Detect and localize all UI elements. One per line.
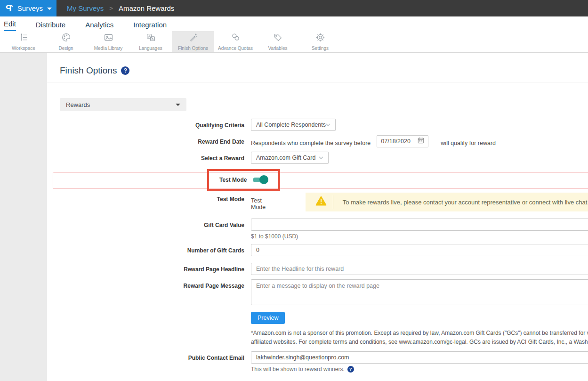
toolbar-item-finish-options[interactable]: Finish Options — [172, 31, 214, 52]
email-help-icon[interactable]: ? — [347, 366, 354, 373]
toolbar-item-advance-quotas[interactable]: Advance Quotas — [214, 31, 257, 52]
test-mode-status-label: Test Mode — [47, 193, 244, 203]
reward-end-date-label: Reward End Date — [47, 135, 244, 145]
test-mode-warning-banner: To make rewards live, please contact you… — [306, 193, 588, 211]
page-title: Finish Options — [60, 65, 117, 76]
select-reward-select[interactable]: Amazon.com Gift Card — [251, 152, 329, 164]
reward-end-date-prefix: Respondents who complete the survey befo… — [251, 137, 371, 146]
toolbar-item-label: Finish Options — [178, 46, 208, 51]
toolbar-item-label: Workspace — [12, 46, 35, 51]
top-bar: Ƥ Surveys My Surveys > Amazon Rewards — [0, 0, 588, 16]
finish-option-type-select[interactable]: Rewards — [60, 98, 186, 111]
gift-card-value-input[interactable] — [251, 219, 588, 231]
reward-page-headline-input[interactable] — [251, 263, 588, 275]
page-title-row: Finish Options ? — [47, 53, 588, 82]
chevron-down-icon — [176, 104, 180, 106]
tab-edit[interactable]: Edit — [4, 18, 16, 31]
calendar-icon[interactable] — [418, 137, 424, 146]
reward-end-date-field — [377, 135, 428, 147]
public-contact-email-label: Public Contact Email — [47, 351, 244, 361]
public-contact-email-helper-row: This will be shown to reward winners. ? — [251, 366, 588, 373]
reward-end-date-input[interactable] — [381, 138, 415, 145]
disclaimer-line-2: affiliated websites. For complete terms … — [251, 338, 588, 347]
public-contact-email-helper: This will be shown to reward winners. — [251, 366, 345, 373]
reward-page-message-label: Reward Page Message — [47, 279, 244, 289]
qualifying-criteria-select[interactable]: All Complete Respondents — [251, 119, 336, 131]
breadcrumb: My Surveys > Amazon Rewards — [67, 0, 174, 16]
number-of-gift-cards-row: Number of Gift Cards — [47, 244, 588, 256]
annotation-highlight-box: Test Mode — [207, 169, 280, 191]
reward-page-headline-row: Reward Page Headline — [47, 263, 588, 275]
gift-card-value-label: Gift Card Value — [47, 219, 244, 228]
finish-option-type-value: Rewards — [66, 101, 90, 108]
toolbar-item-label: Advance Quotas — [218, 46, 253, 51]
toolbar-item-label: Languages — [139, 46, 162, 51]
toolbar-item-design[interactable]: Design — [45, 31, 87, 52]
warning-triangle-icon — [315, 195, 327, 209]
page-help-icon[interactable]: ? — [121, 66, 129, 75]
reward-page-message-textarea[interactable] — [251, 279, 588, 305]
toolbar-item-label: Settings — [312, 46, 329, 51]
chevron-down-icon — [319, 155, 323, 160]
number-of-gift-cards-label: Number of Gift Cards — [47, 244, 244, 254]
page-body: Finish Options ? Rewards Qualifying Crit… — [0, 53, 588, 381]
qualifying-criteria-label: Qualifying Criteria — [47, 119, 244, 129]
toolbar-item-languages[interactable]: Languages — [129, 31, 172, 52]
rewards-form: Qualifying Criteria All Complete Respond… — [47, 119, 588, 381]
reward-end-date-row: Reward End Date Respondents who complete… — [47, 135, 588, 147]
amazon-disclaimer: *Amazon.com is not a sponsor of this pro… — [251, 329, 588, 347]
tab-analytics[interactable]: Analytics — [85, 19, 113, 31]
chevron-down-icon — [47, 8, 52, 10]
toolbar-item-settings[interactable]: Settings — [299, 31, 341, 52]
disclaimer-line-1: *Amazon.com is not a sponsor of this pro… — [251, 329, 588, 338]
edit-toolbar: Workspace Design Media Library Languages… — [0, 31, 588, 53]
toolbar-item-workspace[interactable]: Workspace — [2, 31, 45, 52]
workspace-icon — [19, 32, 29, 44]
qualifying-criteria-row: Qualifying Criteria All Complete Respond… — [47, 119, 588, 131]
qualifying-criteria-value: All Complete Respondents — [256, 122, 326, 128]
test-mode-status-row: Test Mode Test Mode To make rewards live… — [47, 193, 588, 211]
number-of-gift-cards-input[interactable] — [251, 244, 588, 256]
design-icon — [61, 32, 71, 44]
toolbar-item-label: Variables — [268, 46, 288, 51]
breadcrumb-current-survey: Amazon Rewards — [119, 4, 174, 12]
advance-quotas-icon — [231, 32, 241, 44]
finish-options-panel: Finish Options ? Rewards Qualifying Crit… — [47, 53, 588, 381]
product-label: Surveys — [17, 4, 43, 12]
gift-card-value-row: Gift Card Value — [47, 219, 588, 231]
settings-icon — [315, 32, 325, 44]
tab-distribute[interactable]: Distribute — [36, 19, 65, 31]
public-contact-email-row: Public Contact Email — [47, 351, 588, 364]
tab-integration[interactable]: Integration — [133, 19, 167, 31]
toolbar-item-media-library[interactable]: Media Library — [87, 31, 129, 52]
preview-button[interactable]: Preview — [251, 312, 285, 324]
public-contact-email-input[interactable] — [251, 351, 588, 364]
gift-card-value-helper: $1 to $1000 (USD) — [251, 233, 588, 240]
variables-icon — [273, 32, 283, 44]
toolbar-item-label: Media Library — [94, 46, 123, 51]
test-mode-toggle-label: Test Mode — [219, 177, 247, 183]
finish-options-icon — [188, 32, 198, 44]
select-reward-value: Amazon.com Gift Card — [256, 154, 315, 161]
test-mode-toggle-row: Test Mode — [47, 168, 588, 192]
reward-end-date-suffix: will qualify for reward — [441, 137, 496, 146]
warning-message: To make rewards live, please contact you… — [343, 199, 588, 206]
reward-page-headline-label: Reward Page Headline — [47, 263, 244, 273]
test-mode-status-value: Test Mode — [251, 194, 277, 211]
annotation-thin-red-rectangle — [53, 172, 588, 188]
reward-page-message-row: Reward Page Message — [47, 279, 588, 305]
breadcrumb-my-surveys[interactable]: My Surveys — [67, 4, 104, 12]
toolbar-item-label: Design — [58, 46, 73, 51]
media-library-icon — [104, 32, 113, 44]
warning-divider — [333, 195, 333, 209]
select-reward-row: Select a Reward Amazon.com Gift Card — [47, 152, 588, 164]
surveys-menu-button[interactable]: Ƥ Surveys — [0, 0, 56, 16]
left-gutter — [0, 53, 47, 381]
chevron-down-icon — [326, 122, 330, 127]
test-mode-toggle[interactable] — [253, 178, 267, 182]
toggle-knob — [259, 175, 268, 184]
select-reward-label: Select a Reward — [47, 152, 244, 162]
toolbar-item-variables[interactable]: Variables — [257, 31, 299, 52]
languages-icon — [146, 32, 156, 44]
survey-nav-tabs: Edit Distribute Analytics Integration — [0, 16, 588, 31]
